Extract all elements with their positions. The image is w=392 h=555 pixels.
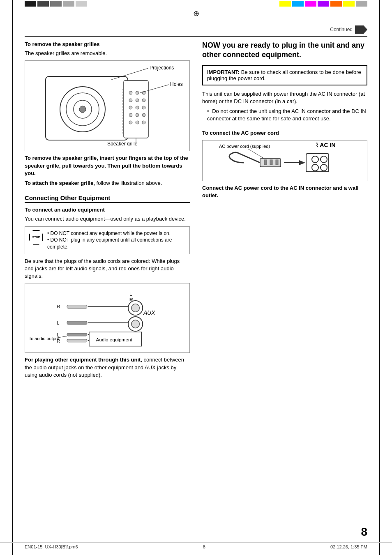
footer-right: 02.12.26, 1:35 PM [330, 544, 367, 549]
connecting-title: Connecting Other Equipment [25, 194, 190, 203]
continued-label: Continued [330, 27, 353, 32]
svg-text:Speaker grille: Speaker grille [107, 141, 138, 146]
svg-point-60 [312, 156, 318, 163]
right-border [379, 0, 380, 555]
svg-point-9 [129, 99, 132, 102]
svg-point-20 [142, 121, 145, 124]
svg-point-10 [136, 99, 139, 102]
speaker-body: The speaker grilles are removable. [25, 50, 190, 57]
continued-arrow [355, 25, 367, 34]
speaker-heading: To remove the speaker grilles [25, 41, 190, 48]
left-column: To remove the speaker grilles The speake… [25, 41, 190, 381]
svg-point-62 [312, 164, 318, 171]
svg-text:⌇ AC IN: ⌇ AC IN [316, 142, 335, 148]
main-heading: NOW you are ready to plug in the unit an… [202, 41, 367, 60]
ac-heading: To connect the AC power cord [202, 129, 367, 137]
left-border [12, 0, 13, 555]
svg-rect-56 [276, 160, 278, 165]
svg-text:L: L [129, 292, 132, 297]
svg-text:Audio equipment: Audio equipment [96, 337, 133, 342]
color-block-r5 [330, 1, 342, 7]
svg-line-52 [248, 149, 264, 159]
svg-rect-37 [67, 321, 87, 325]
svg-point-4 [79, 106, 86, 113]
connecting-section: Connecting Other Equipment To connect an… [25, 194, 190, 379]
ac-diagram-box: AC power cord (supplied) [202, 140, 367, 181]
svg-point-6 [129, 91, 132, 94]
svg-rect-45 [67, 339, 87, 342]
compass-symbol: ⊕ [193, 9, 199, 18]
svg-rect-43 [67, 334, 87, 336]
svg-point-12 [129, 106, 132, 109]
svg-rect-55 [270, 160, 272, 165]
speaker-diagram-box: Projections Holes Speaker grille [25, 60, 190, 151]
page-footer: EN01-15_UX-H30[B]f.pm6 8 02.12.26, 1:35 … [0, 542, 392, 549]
audio-heading: To connect an audio equipment [25, 206, 190, 214]
audio-diagram-box: R L AUX R L Audio equipment [25, 283, 190, 353]
color-block-r7 [356, 1, 367, 7]
footer-center: 8 [203, 544, 205, 549]
playing-text: For playing other equipment through this… [25, 356, 190, 379]
main-content: To remove the speaker grilles The speake… [0, 41, 392, 381]
page-header: ⊕ [0, 9, 392, 21]
color-block-3 [50, 1, 62, 7]
svg-point-16 [136, 113, 139, 117]
speaker-grilles-section: To remove the speaker grilles The speake… [25, 41, 190, 187]
svg-point-7 [136, 91, 139, 94]
continued-bar: Continued [0, 25, 392, 34]
svg-point-18 [129, 121, 132, 124]
svg-text:R: R [57, 304, 60, 309]
speaker-attach-text: To attach the speaker grille, follow the… [25, 180, 190, 187]
color-block-5 [76, 1, 87, 7]
color-block-1 [25, 1, 36, 7]
svg-point-13 [136, 106, 139, 109]
svg-point-29 [131, 304, 140, 312]
color-block-r4 [318, 1, 329, 7]
speaker-remove-text: To remove the speaker grille, insert you… [25, 154, 190, 177]
color-block-r1 [279, 1, 291, 7]
color-block-r2 [292, 1, 304, 7]
svg-text:Holes: Holes [170, 81, 183, 87]
ac-svg: AC power cord (supplied) [206, 142, 364, 179]
svg-point-11 [142, 99, 145, 102]
bullet-point: • Do not connect the unit using the AC I… [207, 108, 367, 122]
svg-rect-35 [67, 305, 87, 309]
svg-point-15 [129, 113, 132, 117]
svg-text:L: L [57, 320, 60, 325]
color-block-r6 [343, 1, 355, 7]
color-block-r3 [305, 1, 316, 7]
svg-marker-58 [299, 160, 305, 165]
svg-text:Projections: Projections [150, 65, 174, 71]
svg-text:R: R [129, 297, 133, 302]
important-bold: IMPORTANT: [207, 69, 240, 75]
svg-point-17 [142, 113, 145, 117]
svg-point-31 [131, 320, 140, 328]
svg-point-63 [321, 164, 327, 171]
warning-line-2: DO NOT plug in any equipment until all c… [47, 237, 185, 251]
svg-point-61 [321, 156, 327, 163]
remove-bold: To remove the speaker grille, insert you… [25, 155, 188, 176]
warning-box: STOP DO NOT connect any equipment while … [25, 226, 190, 254]
stop-icon: STOP [29, 230, 43, 245]
footer-left: EN01-15_UX-H30[B]f.pm6 [25, 544, 78, 549]
svg-text:AC power cord (supplied): AC power cord (supplied) [219, 144, 270, 149]
playing-bold: For playing other equipment through this… [25, 357, 142, 363]
color-block-4 [63, 1, 74, 7]
page-number: 8 [361, 525, 367, 539]
speaker-svg: Projections Holes Speaker grille [28, 64, 186, 146]
svg-point-14 [142, 106, 145, 109]
important-box: IMPORTANT: Be sure to check all connecti… [202, 65, 367, 85]
audio-colors-text: Be sure that the plugs of the audio cord… [25, 258, 190, 280]
power-body: This unit can be supplied with power thr… [202, 90, 367, 105]
ac-caption: Connect the AC power cord to the AC IN c… [202, 184, 367, 199]
top-divider [25, 36, 367, 37]
svg-point-19 [136, 121, 139, 124]
attach-bold: To attach the speaker grille, [25, 180, 95, 186]
svg-line-21 [111, 68, 148, 80]
color-block-2 [37, 1, 49, 7]
audio-body: You can connect audio equipment—used onl… [25, 215, 190, 223]
warning-line-1: DO NOT connect any equipment while the p… [47, 230, 185, 237]
svg-rect-54 [264, 160, 267, 165]
right-column: NOW you are ready to plug in the unit an… [202, 41, 367, 381]
svg-text:AUX: AUX [143, 310, 155, 316]
